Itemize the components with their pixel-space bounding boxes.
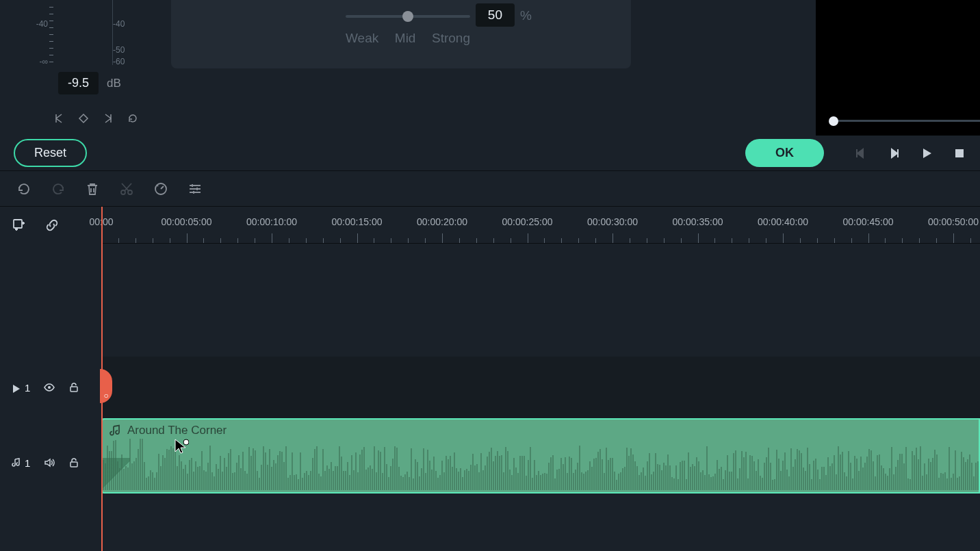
ruler-label: 00:00:40:00 xyxy=(758,216,808,227)
ruler-label: 00:00:35:00 xyxy=(673,216,723,227)
add-track-icon[interactable] xyxy=(12,218,26,232)
ruler-label: 00:00:45:00 xyxy=(843,216,894,227)
strength-slider[interactable] xyxy=(346,15,470,18)
ruler-label: 00:00:50:00 xyxy=(928,216,979,227)
svg-point-5 xyxy=(48,386,51,389)
audio-track-label: 1 xyxy=(11,457,30,469)
cut-icon[interactable] xyxy=(119,181,134,196)
meter-right-tick-50: -50 xyxy=(113,45,125,55)
redo-icon[interactable] xyxy=(51,181,66,196)
lock-icon[interactable] xyxy=(68,457,79,468)
slider-label-weak: Weak xyxy=(346,31,378,46)
slider-value-input[interactable]: 50 xyxy=(476,3,515,27)
playhead[interactable] xyxy=(101,207,103,551)
meter-right-tick-60: -60 xyxy=(113,57,125,66)
speed-icon[interactable] xyxy=(153,181,168,196)
step-back-icon[interactable] xyxy=(854,146,868,160)
step-forward-icon[interactable] xyxy=(887,146,901,160)
adjust-icon[interactable] xyxy=(188,181,203,196)
undo-icon[interactable] xyxy=(16,181,31,196)
audio-track-header: 1 xyxy=(0,418,101,507)
ruler-label: 00:00:25:00 xyxy=(502,216,553,227)
link-icon[interactable] xyxy=(45,218,59,232)
timeline-ruler[interactable]: 00:0000:00:05:0000:00:10:0000:00:15:0000… xyxy=(101,207,980,244)
db-value-input[interactable]: -9.5 xyxy=(58,72,99,94)
keyframe-next-icon[interactable] xyxy=(103,113,114,124)
visibility-icon[interactable] xyxy=(44,382,55,393)
ruler-label: 00:00:05:00 xyxy=(162,216,212,227)
svg-rect-4 xyxy=(14,220,22,228)
preview-scrubber[interactable] xyxy=(834,120,980,122)
slider-thumb[interactable] xyxy=(402,11,413,22)
preview-panel xyxy=(816,0,980,136)
video-track-content[interactable]: ○ xyxy=(101,357,980,418)
keyframe-prev-icon[interactable] xyxy=(53,113,64,124)
ruler-label: 00:00:20:00 xyxy=(417,216,467,227)
audio-clip[interactable]: Around The Corner xyxy=(101,418,980,494)
strength-slider-card: Weak Mid Strong 50 % xyxy=(171,0,631,68)
svg-rect-6 xyxy=(70,387,77,392)
play-icon[interactable] xyxy=(920,146,933,160)
slider-label-mid: Mid xyxy=(395,31,416,46)
ruler-label: 00:00:10:00 xyxy=(246,216,297,227)
slider-unit: % xyxy=(520,8,532,23)
ruler-label: 00:00:15:00 xyxy=(332,216,383,227)
reset-button[interactable]: Reset xyxy=(14,139,87,167)
audio-clip-name: Around The Corner xyxy=(127,424,227,437)
music-note-icon xyxy=(109,424,122,437)
video-track-header: 1 xyxy=(0,357,101,418)
meter-left-tick-40: -40 xyxy=(36,19,48,29)
delete-icon[interactable] xyxy=(85,181,100,196)
keyframe-add-icon[interactable] xyxy=(78,113,89,124)
ok-button[interactable]: OK xyxy=(745,139,824,167)
db-unit: dB xyxy=(107,77,121,90)
audio-track-content[interactable]: Around The Corner xyxy=(101,418,980,507)
svg-rect-0 xyxy=(955,149,964,157)
lock-icon[interactable] xyxy=(68,382,79,393)
video-track-label: 1 xyxy=(11,382,30,394)
svg-rect-7 xyxy=(70,462,77,467)
audio-meter-panel: -40 -∞ -40 -50 -60 -9.5 dB xyxy=(0,0,133,136)
stop-icon[interactable] xyxy=(953,146,966,160)
meter-right-tick-40: -40 xyxy=(113,19,125,29)
ruler-label: 00:00:30:00 xyxy=(587,216,638,227)
slider-label-strong: Strong xyxy=(432,31,470,46)
mute-icon[interactable] xyxy=(44,457,55,468)
meter-left-tick-inf: -∞ xyxy=(39,57,48,66)
